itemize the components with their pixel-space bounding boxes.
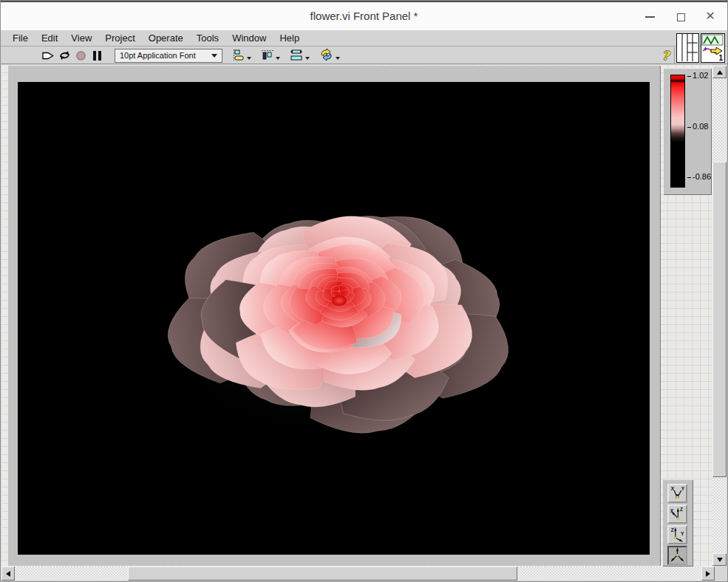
close-button[interactable]: ✕ xyxy=(698,2,723,30)
menu-item-project[interactable]: Project xyxy=(98,31,141,46)
resize-objects-dropdown[interactable] xyxy=(290,48,310,63)
grid-icon xyxy=(677,34,698,61)
scrollbar-corner xyxy=(715,566,728,581)
vi-icon[interactable]: 1 xyxy=(701,33,725,63)
maximize-icon xyxy=(677,13,685,21)
scroll-left-button[interactable] xyxy=(1,566,15,581)
svg-text:Z: Z xyxy=(680,507,683,512)
titlebar: flower.vi Front Panel * ✕ xyxy=(1,1,727,30)
chevron-down-icon xyxy=(276,57,280,60)
svg-text:Y: Y xyxy=(681,531,684,536)
color-scale-min: -0.86 xyxy=(687,172,711,181)
vi-number-badge: 1 xyxy=(718,54,723,62)
toolbar: 10pt Application Font xyxy=(1,47,727,64)
abort-icon xyxy=(76,51,86,61)
projection-iso-button[interactable] xyxy=(667,546,687,565)
tick-mark xyxy=(687,177,691,178)
font-selector[interactable]: 10pt Application Font xyxy=(115,49,222,63)
menu-item-tools[interactable]: Tools xyxy=(190,31,225,46)
color-scale-gradient xyxy=(670,75,685,188)
projection-zy-button[interactable]: ZY xyxy=(667,525,687,544)
arrow-up-icon xyxy=(717,70,723,75)
toolbar-separator xyxy=(674,47,675,64)
minimize-icon xyxy=(645,16,655,18)
run-continuously-button[interactable] xyxy=(56,48,72,63)
distribute-objects-dropdown[interactable] xyxy=(261,48,280,63)
projection-xy-button[interactable]: XY xyxy=(667,484,687,503)
run-button[interactable] xyxy=(40,48,56,63)
projection-xz-button[interactable]: ZX xyxy=(667,504,687,524)
axis-projection-icon: ZX xyxy=(669,506,686,522)
scroll-right-button[interactable] xyxy=(701,566,715,581)
reorder-objects-dropdown[interactable] xyxy=(319,48,340,63)
minimize-button[interactable] xyxy=(637,2,662,30)
maximize-button[interactable] xyxy=(668,2,693,30)
alignment-grid-icon[interactable] xyxy=(676,33,699,63)
menu-item-file[interactable]: File xyxy=(6,31,35,46)
chevron-down-icon xyxy=(211,54,217,58)
menu-item-window[interactable]: Window xyxy=(225,31,273,46)
distribute-objects-icon xyxy=(261,49,274,61)
tick-mark xyxy=(687,76,691,77)
svg-text:Z: Z xyxy=(671,527,674,533)
color-scale-mid: 0.08 xyxy=(687,122,708,131)
font-selector-value: 10pt Application Font xyxy=(120,51,211,60)
horizontal-scrollbar-thumb[interactable] xyxy=(128,566,517,581)
3d-plot-canvas[interactable] xyxy=(18,82,650,555)
color-scale-min-label: -0.86 xyxy=(693,172,711,181)
pause-icon xyxy=(93,51,96,61)
labview-window: flower.vi Front Panel * ✕ File Edit View… xyxy=(0,0,728,582)
svg-text:X: X xyxy=(670,508,674,513)
arrow-down-icon xyxy=(717,558,723,562)
arrow-right-icon xyxy=(706,571,710,577)
chevron-down-icon xyxy=(305,57,310,60)
color-scale-mid-label: 0.08 xyxy=(693,122,708,131)
scroll-up-button[interactable] xyxy=(712,66,727,78)
menu-bar: File Edit View Project Operate Tools Win… xyxy=(1,30,727,47)
reorder-objects-icon xyxy=(319,48,334,61)
chevron-down-icon xyxy=(336,57,340,60)
axis-projection-icon xyxy=(669,547,686,564)
menu-item-view[interactable]: View xyxy=(64,31,98,46)
svg-text:X: X xyxy=(671,486,675,491)
axis-projection-icon: ZY xyxy=(669,527,686,543)
run-continuously-icon xyxy=(58,49,72,62)
color-scale-max: 1.02 xyxy=(687,71,708,80)
horizontal-scrollbar[interactable] xyxy=(1,566,715,581)
align-objects-icon xyxy=(232,49,245,61)
menu-item-operate[interactable]: Operate xyxy=(142,31,190,46)
pause-button[interactable] xyxy=(89,48,105,63)
front-panel: 1.02 0.08 -0.86 XYZXZY xyxy=(1,64,728,582)
color-scale: 1.02 0.08 -0.86 xyxy=(663,68,712,195)
chevron-down-icon xyxy=(247,57,251,60)
vertical-scrollbar-thumb[interactable] xyxy=(712,162,727,477)
window-title: flower.vi Front Panel * xyxy=(1,10,727,22)
align-objects-dropdown[interactable] xyxy=(232,48,251,63)
3d-graph-control xyxy=(8,66,661,566)
resize-objects-icon xyxy=(290,49,304,61)
color-scale-max-label: 1.02 xyxy=(693,71,708,80)
svg-text:Y: Y xyxy=(681,486,685,491)
abort-button[interactable] xyxy=(72,48,89,63)
arrow-left-icon xyxy=(6,571,10,577)
menu-item-edit[interactable]: Edit xyxy=(35,31,64,46)
axis-projection-icon: XY xyxy=(669,485,686,501)
run-arrow-icon xyxy=(41,49,55,62)
tick-mark xyxy=(687,127,691,128)
scroll-down-button[interactable] xyxy=(712,553,727,566)
vertical-scrollbar[interactable] xyxy=(712,66,727,566)
projection-buttons-panel: XYZXZY xyxy=(662,479,693,566)
context-help-button[interactable]: ? xyxy=(662,49,669,63)
menu-item-help[interactable]: Help xyxy=(273,31,306,46)
